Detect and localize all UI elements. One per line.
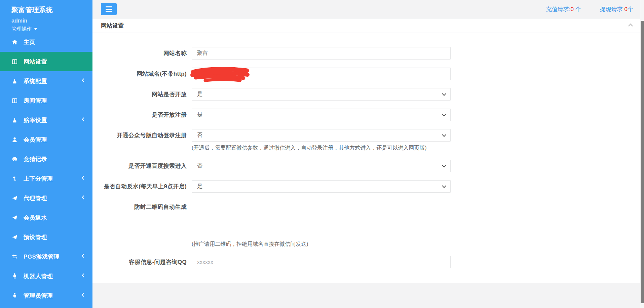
panel-title: 网站设置 xyxy=(101,22,124,30)
sidebar-item-agent-management[interactable]: 代理管理 xyxy=(0,188,92,208)
chevron-left-icon xyxy=(81,117,85,123)
flask-icon xyxy=(11,117,18,123)
level-up-icon xyxy=(11,176,18,182)
wechat-auto-login-label: 开通公众号版自动登录注册 xyxy=(101,129,187,152)
user-actions-label: 管理操作 xyxy=(11,26,32,32)
sidebar-item-admin-management[interactable]: 管理员管理 xyxy=(0,286,92,305)
auto-rebate-select[interactable]: 是 xyxy=(192,180,451,193)
baidu-search-label: 是否开通百度搜索进入 xyxy=(101,160,187,172)
sidebar-item-label: 系统配置 xyxy=(24,77,47,85)
sidebar-toggle-button[interactable] xyxy=(101,3,117,15)
chevron-left-icon xyxy=(81,273,85,279)
paper-plane-icon xyxy=(11,234,18,240)
wechat-auto-login-value: 否 xyxy=(197,132,202,139)
sidebar-item-label: 管理员管理 xyxy=(24,292,53,300)
user-actions-dropdown[interactable]: 管理操作 xyxy=(11,26,92,32)
sidebar-header: 聚富管理系统 admin 管理操作 xyxy=(0,0,92,32)
sidebar-item-label: 主页 xyxy=(24,38,35,46)
sidebar-item-robot-management[interactable]: 机器人管理 xyxy=(0,266,92,286)
sidebar-item-label: 预设管理 xyxy=(24,233,47,241)
form-row-baidu-search: 是否开通百度搜索进入 否 xyxy=(101,160,644,172)
withdraw-requests-unit: 个 xyxy=(628,6,633,12)
register-open-label: 是否开放注册 xyxy=(101,109,187,121)
chevron-down-icon xyxy=(442,184,447,190)
site-open-label: 网站是否开放 xyxy=(101,88,187,101)
collapse-panel-button[interactable] xyxy=(627,23,634,29)
caret-down-icon xyxy=(34,28,37,30)
deposit-requests-link[interactable]: 充值请求:0 个 xyxy=(546,5,581,13)
chevron-left-icon xyxy=(81,293,85,299)
register-open-select[interactable]: 是 xyxy=(192,109,451,121)
service-qq-input[interactable] xyxy=(192,256,451,268)
sidebar-item-site-settings[interactable]: 网站设置 xyxy=(0,52,92,71)
auto-rebate-label: 是否自动反水(每天早上9点开启) xyxy=(101,180,187,193)
taxi-icon xyxy=(11,156,18,162)
user-icon xyxy=(11,137,18,143)
panel-header: 网站设置 xyxy=(92,18,644,33)
person-icon xyxy=(11,273,18,279)
deposit-requests-unit: 个 xyxy=(574,6,581,12)
wechat-auto-login-helper: (开通后，需要配置微信参数，通过微信进入，自动登录注册，其他方式进入，还是可以进… xyxy=(192,144,451,152)
form-row-site-name: 网站名称 xyxy=(101,47,644,60)
chevron-down-icon xyxy=(442,91,447,98)
site-open-select[interactable]: 是 xyxy=(192,88,451,101)
service-qq-label: 客服信息-问题咨询QQ xyxy=(101,256,187,268)
sidebar-item-system-config[interactable]: 系统配置 xyxy=(0,71,92,91)
form-row-site-open: 网站是否开放 是 xyxy=(101,88,644,101)
qr-autogen-helper: (推广请用二维码，拒绝用域名直接在微信间发送) xyxy=(192,240,451,248)
form-row-auto-rebate: 是否自动反水(每天早上9点开启) 是 xyxy=(101,180,644,193)
chevron-left-icon xyxy=(81,78,85,84)
scrollbar-thumb[interactable] xyxy=(641,21,644,303)
sidebar-item-bet-records[interactable]: 竞猜记录 xyxy=(0,149,92,169)
form-row-service-qq: 客服信息-问题咨询QQ xyxy=(101,256,644,268)
form-row-register-open: 是否开放注册 是 xyxy=(101,109,644,121)
sidebar-item-label: 赔率设置 xyxy=(24,116,47,124)
paper-plane-icon xyxy=(11,215,18,221)
topbar-links: 充值请求:0 个 提现请求 0个 xyxy=(546,5,633,13)
flask-icon xyxy=(11,78,18,84)
home-icon xyxy=(11,39,18,45)
sidebar-item-member-management[interactable]: 会员管理 xyxy=(0,130,92,149)
auto-rebate-value: 是 xyxy=(197,183,202,190)
withdraw-requests-label: 提现请求 xyxy=(600,6,624,12)
person-icon xyxy=(11,293,18,299)
sidebar-item-label: 房间管理 xyxy=(24,97,47,105)
qr-autogen-label: 防封二维码自动生成 xyxy=(101,201,187,213)
scrollbar-track[interactable] xyxy=(640,0,644,308)
topbar: 充值请求:0 个 提现请求 0个 xyxy=(92,0,644,18)
site-domain-input[interactable] xyxy=(192,68,451,80)
form-row-qr-autogen: 防封二维码自动生成 (推广请用二维码，拒绝用域名直接在微信间发送) xyxy=(101,201,644,248)
form-row-wechat-auto-login: 开通公众号版自动登录注册 否 (开通后，需要配置微信参数，通过微信进入，自动登录… xyxy=(101,129,644,152)
sidebar-item-label: 竞猜记录 xyxy=(24,155,47,163)
site-name-input[interactable] xyxy=(192,47,451,60)
site-settings-panel: 网站设置 网站名称 网站域名(不带http) xyxy=(92,18,644,283)
site-domain-label: 网站域名(不带http) xyxy=(101,68,187,80)
sidebar-item-preset-management[interactable]: 预设管理 xyxy=(0,227,92,247)
sidebar-item-odds-settings[interactable]: 赔率设置 xyxy=(0,110,92,130)
withdraw-requests-link[interactable]: 提现请求 0个 xyxy=(600,5,633,13)
site-open-value: 是 xyxy=(197,91,202,98)
sidebar-item-pgs-game-management[interactable]: PGS游戏管理 xyxy=(0,247,92,266)
sidebar-item-label: 网站设置 xyxy=(24,58,47,66)
form-row-site-domain: 网站域名(不带http) xyxy=(101,68,644,80)
sidebar-item-home[interactable]: 主页 xyxy=(0,32,92,52)
sidebar-item-points-management[interactable]: 上下分管理 xyxy=(0,169,92,188)
exchange-icon xyxy=(11,254,18,260)
sidebar-item-room-management[interactable]: 房间管理 xyxy=(0,91,92,110)
sidebar-item-label: 机器人管理 xyxy=(24,272,53,280)
app-title: 聚富管理系统 xyxy=(11,5,92,14)
chevron-left-icon xyxy=(81,254,85,260)
sidebar-item-member-rebate[interactable]: 会员返水 xyxy=(0,208,92,227)
chevron-left-icon xyxy=(81,176,85,182)
sidebar-item-label: PGS游戏管理 xyxy=(24,253,60,261)
deposit-requests-label: 充值请求: xyxy=(546,6,571,12)
columns-icon xyxy=(11,98,18,104)
qr-code-area xyxy=(192,201,451,238)
site-name-label: 网站名称 xyxy=(101,47,187,60)
baidu-search-value: 否 xyxy=(197,162,202,169)
paper-plane-icon xyxy=(11,195,18,201)
chevron-left-icon xyxy=(81,195,85,201)
baidu-search-select[interactable]: 否 xyxy=(192,160,451,172)
wechat-auto-login-select[interactable]: 否 xyxy=(192,129,451,142)
sidebar-item-label: 会员返水 xyxy=(24,214,47,222)
